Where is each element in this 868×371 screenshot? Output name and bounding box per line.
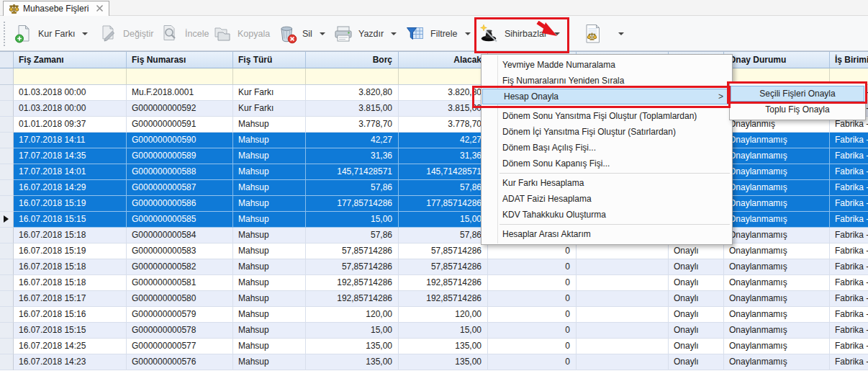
cell-tur[interactable]: Mahsup	[233, 259, 306, 275]
cell-onay[interactable]: Onaylanmamış	[724, 354, 830, 370]
cell-alacak[interactable]: 57,86	[399, 228, 488, 243]
filter-cell-ind[interactable]	[0, 68, 14, 85]
cell-tur[interactable]: Mahsup	[233, 291, 306, 307]
cell-borc[interactable]: 192,85714286	[306, 275, 399, 291]
cell-c8[interactable]: Onaylı	[669, 307, 724, 323]
cell-onay[interactable]: Onaylanmamış	[724, 243, 830, 259]
cell-c6[interactable]: 0	[488, 275, 577, 291]
cell-c7[interactable]	[577, 307, 669, 323]
menu-item[interactable]: Dönem Sonu Kapanış Fişi...	[482, 156, 732, 171]
table-row[interactable]: 16.07.2018 15:19G000000000583Mahsup57,85…	[0, 243, 868, 259]
cell-alacak[interactable]: 15,00	[399, 212, 488, 228]
table-row[interactable]: 17.07.2018 14:35G000000000589Mahsup31,36…	[0, 148, 868, 164]
cell-borc[interactable]: 3.820,80	[306, 85, 399, 101]
row-indicator-cell[interactable]	[0, 212, 14, 228]
cell-zaman[interactable]: 01.03.2018 00:00	[14, 101, 127, 117]
row-indicator-cell[interactable]	[0, 117, 14, 133]
cell-c8[interactable]: Onaylı	[669, 275, 724, 291]
cell-tur[interactable]: Mahsup	[233, 133, 306, 148]
cell-tur[interactable]: Mahsup	[233, 196, 306, 212]
cell-c7[interactable]	[577, 259, 669, 275]
cell-onay[interactable]: Onaylanmamış	[724, 323, 830, 339]
cell-zaman[interactable]: 16.07.2018 15:19	[14, 196, 127, 212]
cell-c7[interactable]	[577, 275, 669, 291]
cell-tur[interactable]: Mahsup	[233, 148, 306, 164]
cell-alacak[interactable]: 3.820,80	[399, 85, 488, 101]
cell-tur[interactable]: Mahsup	[233, 339, 306, 354]
row-indicator-cell[interactable]	[0, 228, 14, 243]
cell-alacak[interactable]: 57,86	[399, 180, 488, 196]
cell-c6[interactable]: 0	[488, 354, 577, 370]
cell-c8[interactable]: Onaylı	[669, 354, 724, 370]
cell-zaman[interactable]: 16.07.2018 15:18	[14, 228, 127, 243]
tab-muhasebe-fisleri[interactable]: Muhasebe Fişleri	[3, 1, 109, 16]
cell-c6[interactable]: 0	[488, 339, 577, 354]
table-row[interactable]: 16.07.2018 15:19G000000000586Mahsup177,8…	[0, 196, 868, 212]
cell-alacak[interactable]: 135,00	[399, 354, 488, 370]
cell-birim[interactable]: Fabrika -	[830, 228, 868, 243]
cell-onay[interactable]: Onaylanmamış	[724, 133, 830, 148]
cell-c7[interactable]	[577, 339, 669, 354]
cell-numara[interactable]: G000000000588	[127, 164, 233, 180]
toolbar-gripper[interactable]	[3, 21, 6, 47]
cell-c6[interactable]: 0	[488, 291, 577, 307]
cell-birim[interactable]: Fabrika -	[830, 259, 868, 275]
row-indicator-cell[interactable]	[0, 196, 14, 212]
cell-onay[interactable]: Onaylanmamış	[724, 228, 830, 243]
cell-borc[interactable]: 120,00	[306, 307, 399, 323]
row-indicator-cell[interactable]	[0, 85, 14, 101]
cell-borc[interactable]: 42,27	[306, 133, 399, 148]
cell-tur[interactable]: Kur Farkı	[233, 85, 306, 101]
menu-item[interactable]: Hesaplar Arası Aktarım	[482, 226, 732, 242]
row-indicator-cell[interactable]	[0, 259, 14, 275]
cell-c8[interactable]: Onaylı	[669, 291, 724, 307]
table-row[interactable]: 16.07.2018 14:29G000000000587Mahsup57,86…	[0, 180, 868, 196]
row-indicator-cell[interactable]	[0, 101, 14, 117]
cell-onay[interactable]: Onaylanmamış	[724, 196, 830, 212]
column-header-tur[interactable]: Fiş Türü	[233, 52, 306, 68]
cell-borc[interactable]: 3.815,00	[306, 101, 399, 117]
table-row[interactable]: 16.07.2018 14:23G000000000576Mahsup135,0…	[0, 354, 868, 370]
cell-zaman[interactable]: 01.01.2018 09:37	[14, 117, 127, 133]
cell-alacak[interactable]: 3.815,00	[399, 101, 488, 117]
menu-item[interactable]: Yevmiye Madde Numaralama	[482, 57, 732, 73]
cell-numara[interactable]: G000000000582	[127, 259, 233, 275]
row-indicator-cell[interactable]	[0, 133, 14, 148]
cell-birim[interactable]: Fabrika -	[830, 275, 868, 291]
cell-zaman[interactable]: 16.07.2018 15:18	[14, 275, 127, 291]
cell-zaman[interactable]: 16.07.2018 14:29	[14, 180, 127, 196]
chevron-down-icon[interactable]	[82, 32, 88, 35]
cell-zaman[interactable]: 16.07.2018 14:25	[14, 339, 127, 354]
column-header-onay[interactable]: Onay Durumu	[724, 52, 830, 68]
cell-numara[interactable]: G000000000589	[127, 148, 233, 164]
filter-cell-numara[interactable]	[127, 68, 233, 85]
submenu-item[interactable]: Seçili Fişleri Onayla	[731, 86, 864, 102]
cell-numara[interactable]: G000000000578	[127, 323, 233, 339]
cell-birim[interactable]: Fabrika -	[830, 307, 868, 323]
chevron-down-icon[interactable]	[391, 32, 397, 35]
cell-birim[interactable]: Fabrika -	[830, 323, 868, 339]
chevron-down-icon[interactable]	[465, 32, 471, 35]
cell-zaman[interactable]: 16.07.2018 15:15	[14, 212, 127, 228]
cell-birim[interactable]: Fabrika -	[830, 196, 868, 212]
cell-borc[interactable]: 177,85714286	[306, 196, 399, 212]
filter-cell-zaman[interactable]	[14, 68, 127, 85]
cell-tur[interactable]: Kur Farkı	[233, 101, 306, 117]
cell-numara[interactable]: G000000000591	[127, 117, 233, 133]
cell-tur[interactable]: Mahsup	[233, 180, 306, 196]
cell-alacak[interactable]: 120,00	[399, 307, 488, 323]
cell-numara[interactable]: G000000000584	[127, 228, 233, 243]
menu-item[interactable]: Dönem Başı Açılış Fişi...	[482, 140, 732, 156]
cell-tur[interactable]: Mahsup	[233, 228, 306, 243]
cell-zaman[interactable]: 16.07.2018 14:23	[14, 354, 127, 370]
table-row[interactable]: 16.07.2018 15:16G000000000579Mahsup120,0…	[0, 307, 868, 323]
close-icon[interactable]	[96, 2, 104, 15]
toolbar-button-incele[interactable]: İncele	[160, 19, 209, 48]
row-indicator-cell[interactable]	[0, 323, 14, 339]
row-indicator-cell[interactable]	[0, 339, 14, 354]
filter-cell-alacak[interactable]	[399, 68, 488, 85]
cell-tur[interactable]: Mahsup	[233, 212, 306, 228]
menu-item[interactable]: Dönem İçi Yansıtma Fişi Oluştur (Satırla…	[482, 124, 732, 140]
cell-birim[interactable]: Fabrika -	[830, 243, 868, 259]
row-indicator-cell[interactable]	[0, 354, 14, 370]
